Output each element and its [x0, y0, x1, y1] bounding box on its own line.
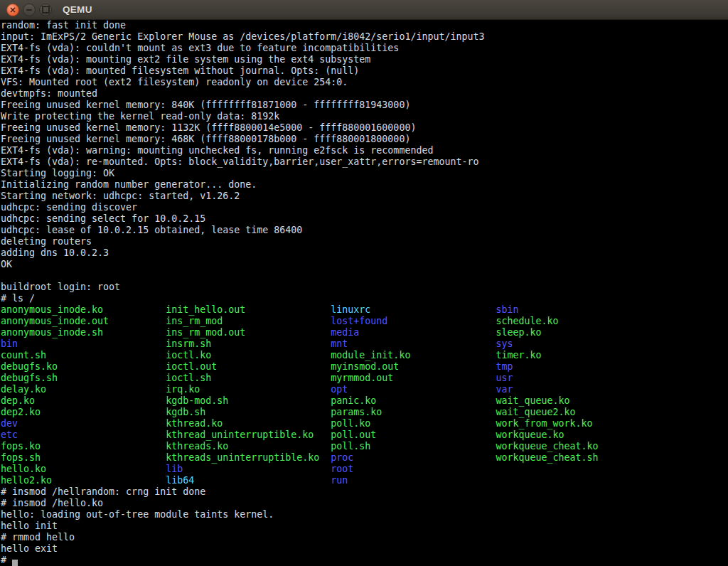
terminal-text-segment: EXT4-fs (vda): mounting ext2 file system… [1, 54, 370, 65]
terminal-line: # [1, 555, 728, 566]
terminal-line: debugfs.koioctl.outmyinsmod.outtmp [1, 361, 728, 373]
terminal-text-segment: ioctl.ko [166, 350, 331, 361]
terminal-cursor [12, 560, 18, 566]
terminal-line: Starting logging: OK [1, 168, 728, 179]
terminal-line: devtmpfs: mounted [1, 88, 728, 100]
terminal-text-segment: hello: loading out-of-tree module taints… [1, 509, 274, 520]
terminal-output: random: fast init doneinput: ImExPS/2 Ge… [1, 20, 728, 566]
terminal-line: hello: loading out-of-tree module taints… [1, 509, 728, 520]
terminal-text-segment: random: fast init done [1, 20, 126, 31]
terminal-text-segment: anonymous_inode.out [1, 316, 166, 327]
terminal-line: Initializing random number generator... … [1, 179, 728, 191]
terminal-line: EXT4-fs (vda): mounting ext2 file system… [1, 54, 728, 65]
terminal-line: adding dns 10.0.2.3 [1, 247, 728, 259]
terminal-line: EXT4-fs (vda): mounted filesystem withou… [1, 65, 728, 77]
terminal-text-segment: module_init.ko [331, 350, 496, 361]
terminal-text-segment: debugfs.ko [1, 361, 166, 373]
terminal-text-segment: poll.sh [331, 441, 496, 452]
terminal-text-segment: ioctl.out [166, 361, 331, 373]
close-button[interactable] [6, 4, 19, 16]
minimize-button[interactable] [23, 4, 36, 16]
terminal-text-segment: wait_queue2.ko [496, 407, 575, 418]
terminal-screen[interactable]: random: fast init doneinput: ImExPS/2 Ge… [0, 20, 728, 566]
terminal-text-segment: debugfs.sh [1, 373, 166, 384]
terminal-text-segment: lib [166, 464, 331, 475]
terminal-text-segment: schedule.ko [496, 316, 558, 327]
terminal-line: Write protecting the kernel read-only da… [1, 111, 728, 122]
terminal-text-segment: EXT4-fs (vda): warning: mounting uncheck… [1, 145, 433, 156]
terminal-line: Freeing unused kernel memory: 1132K (fff… [1, 122, 728, 134]
terminal-text-segment: lost+found [331, 316, 496, 327]
terminal-line: dep.kokgdb-mod.shpanic.kowait_queue.ko [1, 395, 728, 407]
maximize-button[interactable] [39, 4, 52, 16]
terminal-text-segment: input: ImExPS/2 Generic Explorer Mouse a… [1, 31, 484, 43]
terminal-line: hello2.kolib64run [1, 475, 728, 486]
terminal-text-segment: devtmpfs: mounted [1, 88, 97, 100]
terminal-text-segment: Freeing unused kernel memory: 840K (ffff… [1, 100, 410, 111]
terminal-text-segment: workqueue_cheat.ko [496, 441, 598, 452]
terminal-text-segment: hello.ko [1, 464, 166, 475]
terminal-text-segment: sys [496, 338, 513, 350]
terminal-line: hello init [1, 520, 728, 532]
terminal-text-segment: Starting network: udhcpc: started, v1.26… [1, 191, 240, 202]
terminal-text-segment: bin [1, 338, 166, 350]
terminal-text-segment: opt [331, 384, 496, 395]
terminal-line: # insmod /hellrandom: crng init done [1, 486, 728, 498]
terminal-line: deleting routers [1, 236, 728, 247]
terminal-text-segment: media [331, 327, 496, 338]
terminal-text-segment: lib64 [166, 475, 331, 486]
terminal-line: bininsrm.shmntsys [1, 338, 728, 350]
terminal-text-segment: udhcpc: lease of 10.0.2.15 obtained, lea… [1, 225, 302, 236]
terminal-text-segment: kgdb.sh [166, 407, 331, 418]
terminal-line: udhcpc: lease of 10.0.2.15 obtained, lea… [1, 225, 728, 236]
terminal-text-segment: poll.ko [331, 418, 496, 429]
terminal-text-segment: workqueue.ko [496, 429, 564, 441]
terminal-line: anonymous_inode.outins_rm_modlost+founds… [1, 316, 728, 327]
terminal-text-segment: linuxrc [331, 304, 496, 316]
terminal-text-segment: ioctl.sh [166, 373, 331, 384]
terminal-line: fops.kokthreads.kopoll.shworkqueue_cheat… [1, 441, 728, 452]
terminal-line: anonymous_inode.shins_rm_mod.outmediasle… [1, 327, 728, 338]
terminal-text-segment: sbin [496, 304, 518, 316]
terminal-text-segment: init_hello.out [166, 304, 331, 316]
terminal-line [1, 270, 728, 282]
close-icon [10, 7, 16, 13]
terminal-line: debugfs.shioctl.shmyrmmod.outusr [1, 373, 728, 384]
terminal-text-segment: Starting logging: OK [1, 168, 114, 179]
terminal-text-segment: kthreads_uninterruptible.ko [166, 452, 331, 464]
terminal-text-segment: dev [1, 418, 166, 429]
terminal-text-segment: # [1, 555, 12, 566]
terminal-text-segment: workqueue_cheat.sh [496, 452, 598, 464]
terminal-text-segment: deleting routers [1, 236, 92, 247]
terminal-text-segment: adding dns 10.0.2.3 [1, 247, 109, 259]
terminal-line: count.shioctl.komodule_init.kotimer.ko [1, 350, 728, 361]
terminal-text-segment: usr [496, 373, 513, 384]
terminal-line: Freeing unused kernel memory: 840K (ffff… [1, 100, 728, 111]
terminal-line: hello exit [1, 543, 728, 555]
terminal-text-segment: proc [331, 452, 496, 464]
terminal-text-segment: # insmod /hello.ko [1, 498, 103, 509]
terminal-text-segment: myrmmod.out [331, 373, 496, 384]
terminal-text-segment: udhcpc: sending select for 10.0.2.15 [1, 213, 205, 225]
terminal-text-segment: buildroot login: root [1, 282, 120, 293]
terminal-text-segment: kthreads.ko [166, 441, 331, 452]
maximize-icon [42, 6, 50, 14]
terminal-text-segment: mnt [331, 338, 496, 350]
terminal-text-segment: OK [1, 259, 12, 270]
terminal-text-segment: poll.out [331, 429, 496, 441]
terminal-line: etckthread_uninterruptible.kopoll.outwor… [1, 429, 728, 441]
window-title: QEMU [63, 4, 92, 15]
terminal-text-segment: fops.ko [1, 441, 166, 452]
terminal-text-segment: anonymous_inode.ko [1, 304, 166, 316]
terminal-text-segment: fops.sh [1, 452, 166, 464]
terminal-line: EXT4-fs (vda): re-mounted. Opts: block_v… [1, 156, 728, 168]
terminal-line: delay.koirq.kooptvar [1, 384, 728, 395]
terminal-text-segment: wait_queue.ko [496, 395, 569, 407]
terminal-text-segment: params.ko [331, 407, 496, 418]
terminal-text-segment: hello2.ko [1, 475, 166, 486]
terminal-text-segment: Write protecting the kernel read-only da… [1, 111, 279, 122]
terminal-text-segment: dep.ko [1, 395, 166, 407]
terminal-text-segment: kgdb-mod.sh [166, 395, 331, 407]
terminal-text-segment: run [331, 475, 348, 486]
window-titlebar: QEMU [0, 0, 728, 20]
